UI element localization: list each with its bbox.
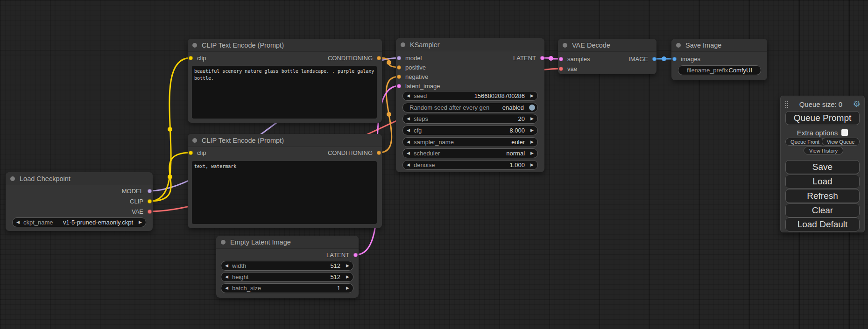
- batch-size-widget[interactable]: ◀ batch_size 1 ▶: [221, 283, 353, 293]
- steps-widget[interactable]: ◀ steps 20 ▶: [402, 114, 538, 124]
- queue-prompt-button[interactable]: Queue Prompt: [785, 111, 860, 125]
- negative-input-dot[interactable]: [397, 75, 401, 79]
- input-port-latent-image[interactable]: latent_image: [396, 81, 544, 91]
- view-queue-button[interactable]: View Queue: [822, 138, 860, 146]
- node-empty-latent-image[interactable]: Empty Latent Image LATENT ◀ width 512 ▶ …: [216, 236, 359, 298]
- output-port-model[interactable]: MODEL: [6, 186, 153, 196]
- node-clip-text-encode-positive[interactable]: CLIP Text Encode (Prompt) clip CONDITION…: [188, 39, 382, 123]
- decrement-arrow-icon[interactable]: ◀: [403, 140, 414, 144]
- input-port-model[interactable]: model LATENT: [396, 53, 544, 63]
- node-ksampler[interactable]: KSampler model LATENT positive negative …: [396, 38, 544, 172]
- collapse-dot-icon[interactable]: [221, 240, 226, 245]
- wire-midpoint-dot[interactable]: [387, 60, 391, 65]
- collapse-dot-icon[interactable]: [192, 43, 197, 48]
- node-load-checkpoint[interactable]: Load Checkpoint MODEL CLIP VAE ◀ ckpt_na…: [6, 172, 153, 231]
- latent-image-input-dot[interactable]: [397, 84, 401, 88]
- wire-midpoint-dot[interactable]: [662, 56, 666, 61]
- increment-arrow-icon[interactable]: ▶: [527, 94, 537, 98]
- gear-icon[interactable]: ⚙: [853, 99, 861, 109]
- height-widget[interactable]: ◀ height 512 ▶: [221, 272, 353, 282]
- output-port-clip[interactable]: CLIP: [6, 196, 153, 206]
- node-title: VAE Decode: [572, 42, 610, 49]
- conditioning-output-dot[interactable]: [377, 151, 381, 155]
- clip-input-dot[interactable]: [189, 151, 193, 155]
- increment-arrow-icon[interactable]: ▶: [527, 151, 537, 155]
- latent-output-dot[interactable]: [540, 56, 544, 60]
- collapse-dot-icon[interactable]: [563, 43, 567, 48]
- collapse-dot-icon[interactable]: [401, 42, 405, 47]
- decrement-arrow-icon[interactable]: ◀: [13, 220, 23, 224]
- input-port-positive[interactable]: positive: [396, 63, 544, 72]
- decrement-arrow-icon[interactable]: ◀: [403, 163, 414, 167]
- node-graph-canvas[interactable]: Load Checkpoint MODEL CLIP VAE ◀ ckpt_na…: [0, 0, 868, 329]
- clip-input-dot[interactable]: [189, 56, 193, 60]
- increment-arrow-icon[interactable]: ▶: [342, 275, 353, 279]
- queue-size-label: Queue size: 0: [789, 100, 853, 108]
- toggle-circle-icon[interactable]: [529, 105, 535, 111]
- model-port-dot[interactable]: [148, 189, 152, 193]
- clear-button[interactable]: Clear: [785, 203, 860, 217]
- vae-input-dot[interactable]: [559, 67, 563, 71]
- node-save-image[interactable]: Save Image images filename_prefix ComfyU…: [671, 39, 767, 80]
- increment-arrow-icon[interactable]: ▶: [342, 264, 353, 268]
- collapse-dot-icon[interactable]: [10, 176, 15, 181]
- wire-midpoint-dot[interactable]: [168, 175, 172, 179]
- decrement-arrow-icon[interactable]: ◀: [403, 94, 414, 98]
- save-button[interactable]: Save: [785, 160, 860, 174]
- random-seed-toggle-widget[interactable]: Random seed after every gen enabled: [402, 103, 538, 112]
- refresh-button[interactable]: Refresh: [785, 189, 860, 203]
- decrement-arrow-icon[interactable]: ◀: [403, 117, 414, 121]
- node-vae-decode[interactable]: VAE Decode samples IMAGE vae: [558, 39, 656, 74]
- image-output-dot[interactable]: [652, 57, 656, 61]
- increment-arrow-icon[interactable]: ▶: [527, 163, 537, 167]
- positive-input-dot[interactable]: [397, 65, 401, 70]
- denoise-widget[interactable]: ◀ denoise 1.000 ▶: [402, 160, 538, 170]
- ckpt-name-widget[interactable]: ◀ ckpt_name v1-5-pruned-emaonly.ckpt ▶: [12, 217, 146, 227]
- clip-port-dot[interactable]: [148, 199, 152, 203]
- input-port-negative[interactable]: negative: [396, 72, 544, 81]
- sampler-name-widget[interactable]: ◀ sampler_name euler ▶: [402, 137, 538, 147]
- decrement-arrow-icon[interactable]: ◀: [221, 275, 232, 279]
- queue-front-button[interactable]: Queue Front: [785, 138, 825, 146]
- output-port-latent[interactable]: LATENT: [216, 250, 359, 259]
- increment-arrow-icon[interactable]: ▶: [527, 140, 537, 144]
- decrement-arrow-icon[interactable]: ◀: [221, 264, 232, 268]
- increment-arrow-icon[interactable]: ▶: [527, 128, 537, 133]
- input-port-vae[interactable]: vae: [558, 64, 656, 74]
- queue-panel: Queue size: 0 ⚙ Queue Prompt Extra optio…: [780, 96, 865, 232]
- images-input-dot[interactable]: [672, 57, 677, 61]
- collapse-dot-icon[interactable]: [192, 138, 197, 143]
- latent-output-dot[interactable]: [353, 253, 358, 257]
- width-widget[interactable]: ◀ width 512 ▶: [221, 261, 353, 271]
- conditioning-output-dot[interactable]: [377, 56, 381, 60]
- input-port-samples[interactable]: samples IMAGE: [558, 54, 656, 64]
- positive-prompt-textarea[interactable]: beautiful scenery nature glass bottle la…: [192, 66, 377, 119]
- output-port-vae[interactable]: VAE: [6, 206, 153, 217]
- wire-midpoint-dot[interactable]: [549, 56, 553, 61]
- extra-options-checkbox[interactable]: [841, 129, 848, 136]
- node-clip-text-encode-negative[interactable]: CLIP Text Encode (Prompt) clip CONDITION…: [188, 134, 382, 228]
- decrement-arrow-icon[interactable]: ◀: [403, 128, 414, 133]
- decrement-arrow-icon[interactable]: ◀: [403, 151, 414, 155]
- wire-midpoint-dot[interactable]: [387, 112, 391, 117]
- increment-arrow-icon[interactable]: ▶: [135, 220, 146, 224]
- model-input-dot[interactable]: [397, 56, 401, 60]
- drag-handle-icon[interactable]: [785, 101, 789, 108]
- input-port-images[interactable]: images: [671, 54, 767, 64]
- samples-input-dot[interactable]: [559, 57, 563, 61]
- negative-prompt-textarea[interactable]: text, watermark: [192, 161, 377, 224]
- increment-arrow-icon[interactable]: ▶: [527, 117, 537, 121]
- increment-arrow-icon[interactable]: ▶: [342, 286, 353, 290]
- vae-port-dot[interactable]: [148, 210, 152, 214]
- seed-widget[interactable]: ◀ seed 156680208700286 ▶: [402, 91, 538, 101]
- load-default-button[interactable]: Load Default: [785, 217, 860, 231]
- filename-prefix-widget[interactable]: filename_prefix ComfyUI: [678, 65, 761, 75]
- wire-midpoint-dot[interactable]: [168, 127, 172, 132]
- scheduler-widget[interactable]: ◀ scheduler normal ▶: [402, 148, 538, 158]
- load-button[interactable]: Load: [785, 175, 860, 189]
- collapse-dot-icon[interactable]: [676, 43, 681, 48]
- cfg-widget[interactable]: ◀ cfg 8.000 ▶: [402, 126, 538, 135]
- view-history-button[interactable]: View History: [804, 147, 843, 154]
- decrement-arrow-icon[interactable]: ◀: [221, 286, 232, 290]
- node-title: KSampler: [410, 41, 440, 49]
